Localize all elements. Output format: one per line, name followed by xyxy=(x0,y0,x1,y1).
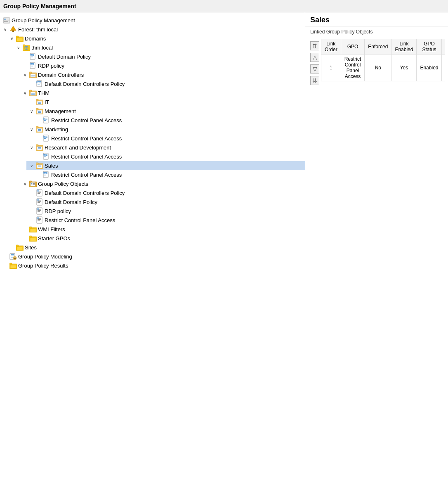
tree-item: WMI Filters xyxy=(20,225,305,234)
tree-item: GP Restrict Control Panel Access xyxy=(33,134,305,143)
tree-row-group-policy-results[interactable]: Group Policy Results xyxy=(0,261,305,270)
expander-management[interactable]: ∨ xyxy=(28,108,35,114)
svg-rect-97 xyxy=(33,184,35,185)
tree-row-restrict-control-panel-rd[interactable]: GP Restrict Control Panel Access xyxy=(33,152,305,161)
col-gpo: GPO xyxy=(341,39,365,54)
tree-row-domains[interactable]: ∨ Domains xyxy=(7,34,305,43)
tree-row-research-development[interactable]: ∨ Research and Development xyxy=(26,143,305,152)
right-panel-subtitle: Linked Group Policy Objects xyxy=(305,26,448,37)
tree-label-gpo-rdp-policy: RDP policy xyxy=(45,208,71,214)
nav-down[interactable]: ▽ xyxy=(310,64,319,73)
nav-up[interactable]: △ xyxy=(310,53,319,62)
tree-row-gpo-default-dc-policy[interactable]: Default Domain Controllers Policy xyxy=(26,188,305,197)
expander-marketing[interactable]: ∨ xyxy=(28,126,35,133)
svg-rect-102 xyxy=(37,190,39,192)
expander-thm[interactable]: ∨ xyxy=(21,90,28,96)
tree-row-gpo-default-domain-policy[interactable]: Default Domain Policy xyxy=(26,197,305,206)
tree-row-root[interactable]: Group Policy Management xyxy=(0,16,305,25)
nav-double-down[interactable]: ⇊ xyxy=(310,76,319,85)
tree-row-thm[interactable]: ∨ THM xyxy=(20,88,305,97)
icon-folder-ou xyxy=(29,71,37,78)
svg-rect-11 xyxy=(23,45,25,46)
svg-text:GP: GP xyxy=(44,136,46,138)
svg-rect-67 xyxy=(44,138,46,139)
tree-row-sites[interactable]: Sites xyxy=(7,243,305,252)
svg-rect-111 xyxy=(38,211,40,212)
tree-row-group-policy-modeling[interactable]: M Group Policy Modeling xyxy=(0,252,305,261)
tree-row-thm-local[interactable]: ∨ thm.local xyxy=(13,43,305,52)
svg-rect-50 xyxy=(37,110,42,114)
tree-row-marketing[interactable]: ∨ Marketing xyxy=(26,125,305,134)
tree-row-management[interactable]: ∨ Management xyxy=(26,107,305,116)
nav-arrows: ⇈ △ ▽ ⇊ xyxy=(309,37,321,89)
svg-rect-105 xyxy=(38,201,41,202)
tree-item-root: Group Policy Management∨ Forest: thm.loc… xyxy=(0,16,305,270)
svg-rect-124 xyxy=(29,236,32,237)
svg-rect-93 xyxy=(29,181,32,182)
svg-rect-129 xyxy=(17,247,23,250)
icon-gpo-plain xyxy=(36,207,43,215)
tree-label-group-policy-results: Group Policy Results xyxy=(18,263,68,269)
svg-rect-49 xyxy=(36,108,38,110)
svg-rect-9 xyxy=(17,38,23,41)
tree-row-rdp-policy[interactable]: GP RDP policy xyxy=(20,61,305,70)
tree-row-gpo-restrict-control-panel[interactable]: Restrict Control Panel Access xyxy=(26,216,305,225)
svg-rect-42 xyxy=(31,94,35,95)
svg-rect-45 xyxy=(37,101,42,104)
svg-text:M: M xyxy=(14,257,16,260)
icon-root xyxy=(3,17,10,24)
cell-enforced: No xyxy=(365,54,391,81)
icon-gpo: GP xyxy=(29,62,37,69)
expander-group-policy-objects[interactable]: ∨ xyxy=(21,180,28,187)
icon-folder-ou xyxy=(29,89,37,97)
expander-sales[interactable]: ∨ xyxy=(28,162,35,169)
svg-rect-52 xyxy=(38,112,41,113)
svg-marker-4 xyxy=(10,26,16,31)
svg-rect-83 xyxy=(37,165,42,168)
svg-rect-18 xyxy=(31,57,33,57)
table-row[interactable]: 1 Restrict Control Panel Access No Yes E… xyxy=(321,54,445,81)
svg-rect-110 xyxy=(38,210,41,211)
expander-forest[interactable]: ∨ xyxy=(2,26,8,33)
tree-label-gpo-restrict-control-panel: Restrict Control Panel Access xyxy=(45,217,115,223)
nav-double-up[interactable]: ⇈ xyxy=(310,41,319,50)
svg-rect-121 xyxy=(30,229,36,232)
tree-row-starter-gpos[interactable]: Starter GPOs xyxy=(20,234,305,243)
svg-rect-71 xyxy=(36,145,38,146)
svg-rect-96 xyxy=(33,183,35,184)
col-gpo-status: GPO Status xyxy=(417,39,442,54)
tree-row-gpo-rdp-policy[interactable]: RDP policy xyxy=(26,206,305,216)
svg-rect-82 xyxy=(36,163,38,164)
svg-rect-35 xyxy=(38,84,40,85)
gpo-table: Link Order GPO Enforced Link Enabled GPO… xyxy=(321,39,445,81)
tree-item: Default Domain Policy xyxy=(26,197,305,206)
tree-row-it[interactable]: IT xyxy=(26,97,305,107)
tree-row-domain-controllers[interactable]: ∨ Domain Controllers xyxy=(20,70,305,79)
col-enforced: Enforced xyxy=(365,39,391,54)
tree-row-restrict-control-panel-mgmt[interactable]: GP Restrict Control Panel Access xyxy=(33,116,305,125)
tree-row-group-policy-objects[interactable]: ∨ Group Policy Objects xyxy=(20,179,305,188)
svg-rect-72 xyxy=(37,147,42,150)
icon-gpo: GP xyxy=(42,135,50,142)
tree-label-sites: Sites xyxy=(25,244,37,251)
tree-row-wmi-filters[interactable]: WMI Filters xyxy=(20,225,305,234)
expander-domain-controllers[interactable]: ∨ xyxy=(21,71,28,78)
tree-row-restrict-control-panel-sales[interactable]: GP Restrict Control Panel Access xyxy=(33,170,305,179)
tree-row-forest[interactable]: ∨ Forest: thm.local xyxy=(0,25,305,34)
expander-domains[interactable]: ∨ xyxy=(8,35,15,42)
tree-row-default-domain-policy[interactable]: GP Default Domain Policy xyxy=(20,52,305,61)
tree-row-sales[interactable]: ∨ Sales xyxy=(26,161,305,170)
icon-gpo: GP xyxy=(42,153,50,160)
icon-folder-gpo xyxy=(29,180,37,187)
tree-item: GP Restrict Control Panel Access xyxy=(33,170,305,179)
tree-item: ∨ Domain Controllers GP Default Domain C… xyxy=(20,70,305,88)
tree-label-starter-gpos: Starter GPOs xyxy=(38,235,70,242)
tree-item: M Group Policy Modeling xyxy=(0,252,305,261)
svg-rect-8 xyxy=(16,36,19,38)
tree-row-default-domain-controllers-policy[interactable]: GP Default Domain Controllers Policy xyxy=(26,79,305,88)
expander-thm-local[interactable]: ∨ xyxy=(15,44,21,51)
expander-research-development[interactable]: ∨ xyxy=(28,144,35,151)
tree-row-restrict-control-panel-mktg[interactable]: GP Restrict Control Panel Access xyxy=(33,134,305,143)
svg-rect-28 xyxy=(29,72,32,73)
tree-item: Group Policy Results xyxy=(0,261,305,270)
